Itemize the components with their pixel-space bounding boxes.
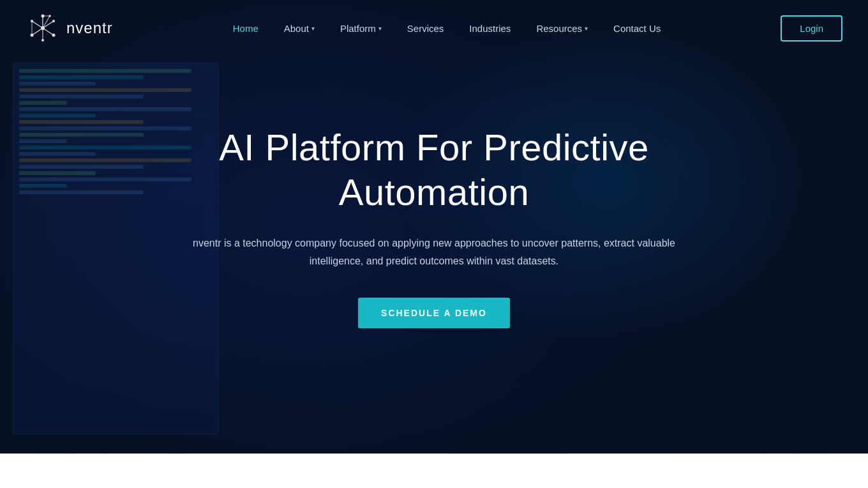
nav-item-services[interactable]: Services: [397, 18, 454, 39]
nav-link-services[interactable]: Services: [397, 18, 454, 39]
code-line: [19, 152, 96, 156]
code-line: [19, 190, 144, 194]
hero-title: AI Platform For Predictive Automation: [160, 125, 708, 214]
nav-item-industries[interactable]: Industries: [459, 18, 521, 39]
code-line: [19, 69, 191, 73]
login-button[interactable]: Login: [781, 15, 842, 42]
nav-links: Home About ▾ Platform ▾ Services Industr…: [223, 18, 671, 39]
chevron-down-icon: ▾: [585, 25, 588, 32]
logo-icon: [26, 11, 60, 45]
code-line: [19, 75, 144, 79]
nav-link-resources[interactable]: Resources ▾: [526, 18, 598, 39]
nav-item-home[interactable]: Home: [223, 18, 269, 39]
schedule-demo-button[interactable]: SCHEDULE A DEMO: [358, 298, 510, 328]
code-line: [19, 171, 96, 175]
code-line: [19, 120, 144, 124]
code-line: [19, 165, 144, 169]
chevron-down-icon: ▾: [311, 25, 315, 32]
nav-item-platform[interactable]: Platform ▾: [330, 18, 392, 39]
nav-link-platform[interactable]: Platform ▾: [330, 18, 392, 39]
hero-content: AI Platform For Predictive Automation nv…: [147, 125, 721, 328]
code-line: [19, 114, 96, 118]
hero-section: AI Platform For Predictive Automation nv…: [0, 0, 868, 454]
code-line: [19, 88, 191, 92]
nav-link-contact[interactable]: Contact Us: [603, 18, 671, 39]
nav-link-about[interactable]: About ▾: [274, 18, 325, 39]
code-line: [19, 107, 191, 111]
code-line: [19, 95, 144, 98]
svg-line-12: [43, 21, 54, 28]
nav-item-contact[interactable]: Contact Us: [603, 18, 671, 39]
svg-line-11: [32, 21, 43, 28]
code-line: [19, 184, 67, 188]
code-line: [19, 101, 67, 105]
logo-text: nventr: [66, 19, 113, 37]
nav-link-home[interactable]: Home: [223, 18, 269, 39]
chevron-down-icon: ▾: [378, 25, 382, 32]
code-line: [19, 82, 96, 86]
main-navigation: nventr Home About ▾ Platform ▾ Services …: [0, 0, 868, 56]
svg-line-9: [32, 28, 43, 35]
code-line: [19, 133, 144, 137]
code-line: [19, 139, 67, 143]
below-hero-section: [0, 454, 868, 488]
hero-subtitle: nventr is a technology company focused o…: [172, 234, 696, 269]
nav-item-resources[interactable]: Resources ▾: [526, 18, 598, 39]
nav-item-about[interactable]: About ▾: [274, 18, 325, 39]
svg-line-10: [43, 28, 54, 35]
nav-link-industries[interactable]: Industries: [459, 18, 521, 39]
logo-area[interactable]: nventr: [26, 11, 113, 45]
